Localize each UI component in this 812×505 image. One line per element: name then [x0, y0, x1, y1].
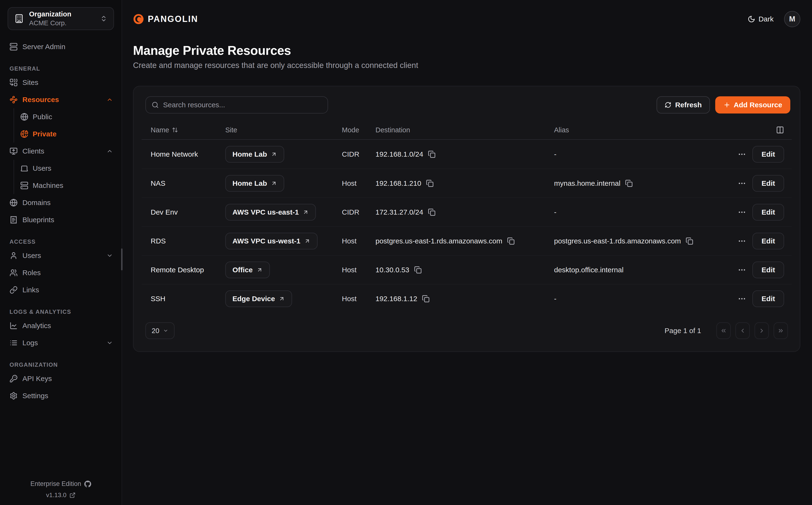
- org-selector[interactable]: Organization ACME Corp.: [8, 7, 114, 30]
- pangolin-logo-icon: [133, 14, 144, 25]
- last-page-button[interactable]: [774, 322, 788, 339]
- waypoints-icon: [10, 96, 18, 104]
- sidebar-item-label: Server Admin: [22, 43, 65, 51]
- copy-destination-button[interactable]: [422, 295, 430, 303]
- sidebar-item-settings[interactable]: Settings: [0, 387, 122, 404]
- site-link-button[interactable]: AWS VPC us-east-1: [225, 204, 316, 220]
- sidebar-item-resources[interactable]: Resources: [0, 91, 122, 108]
- site-link-button[interactable]: AWS VPC us-west-1: [225, 233, 318, 249]
- server-icon: [10, 43, 18, 51]
- first-page-button[interactable]: [717, 322, 731, 339]
- sidebar-nav: Server AdminGENERALSitesResourcesPublicP…: [0, 38, 122, 404]
- sidebar-item-clients[interactable]: Clients: [0, 143, 122, 160]
- arrow-up-right-icon: [256, 267, 263, 273]
- app-logo[interactable]: PANGOLIN: [133, 14, 198, 25]
- server-icon: [20, 181, 28, 190]
- copy-icon: [686, 237, 693, 245]
- gear-icon: [10, 392, 18, 400]
- site-name: AWS VPC us-west-1: [232, 237, 300, 245]
- refresh-label: Refresh: [675, 101, 702, 109]
- sidebar-item-server-admin[interactable]: Server Admin: [0, 38, 122, 55]
- copy-destination-button[interactable]: [414, 266, 422, 274]
- sidebar-item-analytics[interactable]: Analytics: [0, 317, 122, 334]
- edit-button[interactable]: Edit: [752, 262, 784, 278]
- resource-mode: Host: [342, 237, 357, 245]
- sidebar-item-logs[interactable]: Logs: [0, 334, 122, 351]
- table-row: RDSAWS VPC us-west-1Hostpostgres.us-east…: [142, 226, 792, 255]
- refresh-button[interactable]: Refresh: [656, 96, 710, 114]
- sidebar-item-users[interactable]: Users: [0, 247, 122, 264]
- row-menu-button[interactable]: [738, 266, 746, 274]
- sidebar-item-users[interactable]: Users: [14, 160, 122, 177]
- copy-destination-button[interactable]: [428, 150, 436, 158]
- search-input[interactable]: [163, 101, 322, 109]
- columns-icon[interactable]: [776, 126, 784, 134]
- row-menu-button[interactable]: [738, 179, 746, 188]
- chart-icon: [10, 322, 18, 330]
- add-resource-button[interactable]: Add Resource: [715, 96, 790, 114]
- sidebar-item-blueprints[interactable]: Blueprints: [0, 211, 122, 228]
- copy-icon: [422, 295, 430, 303]
- page-title: Manage Private Resources: [133, 44, 800, 57]
- avatar[interactable]: M: [784, 11, 800, 27]
- row-menu-button[interactable]: [738, 150, 746, 159]
- copy-destination-button[interactable]: [426, 180, 434, 187]
- edit-button[interactable]: Edit: [752, 291, 784, 307]
- sidebar-item-domains[interactable]: Domains: [0, 194, 122, 211]
- sidebar-item-sites[interactable]: Sites: [0, 74, 122, 91]
- row-menu-button[interactable]: [738, 237, 746, 245]
- sidebar: Organization ACME Corp. Server AdminGENE…: [0, 0, 122, 505]
- row-menu-button[interactable]: [738, 208, 746, 216]
- copy-alias-button[interactable]: [686, 237, 693, 245]
- copy-alias-button[interactable]: [625, 180, 633, 187]
- theme-toggle-button[interactable]: Dark: [748, 15, 774, 23]
- site-link-button[interactable]: Home Lab: [225, 146, 284, 163]
- site-link-button[interactable]: Edge Device: [225, 291, 292, 307]
- column-header-name[interactable]: Name: [151, 126, 225, 134]
- sidebar-item-links[interactable]: Links: [0, 281, 122, 299]
- prev-page-button[interactable]: [736, 322, 750, 339]
- sidebar-item-label: Machines: [33, 181, 63, 190]
- resource-name: RDS: [151, 237, 166, 245]
- sidebar-item-private[interactable]: Private: [14, 126, 122, 143]
- globe-lock-icon: [20, 130, 28, 138]
- theme-toggle-label: Dark: [759, 15, 774, 23]
- sidebar-item-roles[interactable]: Roles: [0, 264, 122, 281]
- toolbar-actions: Refresh Add Resource: [656, 96, 790, 114]
- edit-button[interactable]: Edit: [752, 175, 784, 192]
- resource-alias: desktop.office.internal: [554, 266, 623, 274]
- sidebar-subnav: UsersMachines: [14, 160, 122, 194]
- version-line[interactable]: v1.13.0: [46, 491, 75, 499]
- resources-table: Name Site Mode Destination Alias Home Ne…: [142, 121, 792, 313]
- sidebar-section-label: ORGANIZATION: [0, 361, 122, 368]
- ellipsis-icon: [738, 266, 746, 274]
- copy-icon: [428, 208, 436, 216]
- search-icon: [152, 101, 159, 109]
- edit-button[interactable]: Edit: [752, 233, 784, 249]
- sidebar-section-label: ACCESS: [0, 238, 122, 245]
- table-row: NASHome LabHost192.168.1.210mynas.home.i…: [142, 169, 792, 197]
- next-page-button[interactable]: [755, 322, 769, 339]
- sidebar-item-label: Users: [33, 164, 51, 172]
- globe-icon: [10, 199, 18, 207]
- copy-destination-button[interactable]: [428, 208, 436, 216]
- search-box: [146, 96, 328, 114]
- users-icon: [10, 269, 18, 277]
- site-link-button[interactable]: Home Lab: [225, 175, 284, 192]
- resource-alias: -: [554, 150, 557, 158]
- site-link-button[interactable]: Office: [225, 262, 270, 278]
- arrow-up-right-icon: [271, 180, 277, 186]
- edition-line[interactable]: Enterprise Edition: [30, 480, 91, 488]
- resource-alias: postgres.us-east-1.rds.amazonaws.com: [554, 237, 681, 245]
- row-menu-button[interactable]: [738, 295, 746, 303]
- page-size-select[interactable]: 20: [146, 322, 175, 339]
- sidebar-item-api-keys[interactable]: API Keys: [0, 370, 122, 387]
- sidebar-scrollbar-thumb[interactable]: [121, 248, 123, 271]
- copy-destination-button[interactable]: [507, 237, 515, 245]
- edit-button[interactable]: Edit: [752, 204, 784, 220]
- column-header-destination: Destination: [376, 126, 554, 134]
- edit-button[interactable]: Edit: [752, 146, 784, 163]
- sidebar-item-machines[interactable]: Machines: [14, 177, 122, 194]
- sidebar-item-public[interactable]: Public: [14, 108, 122, 126]
- link-icon: [10, 286, 18, 294]
